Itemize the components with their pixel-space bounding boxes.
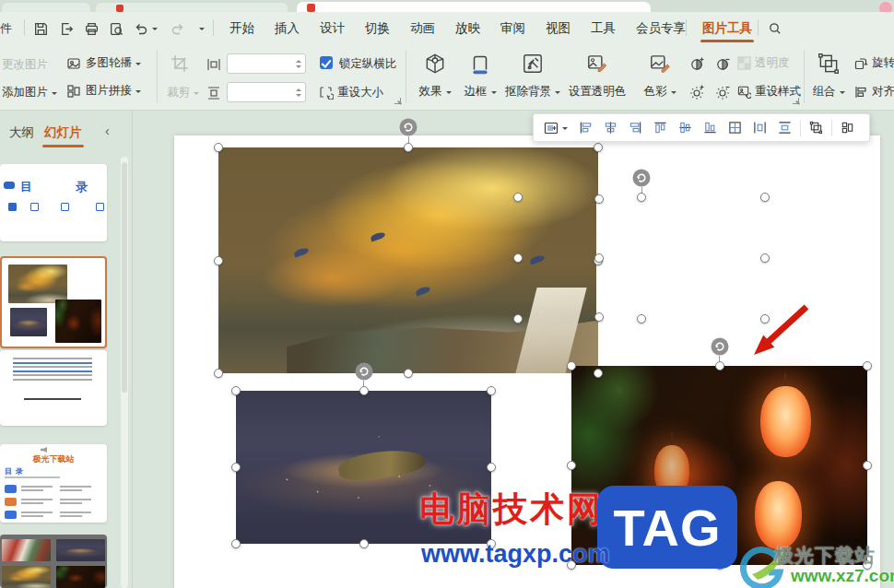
- tab-tools[interactable]: 工具: [581, 12, 626, 44]
- align-left-button[interactable]: [573, 116, 598, 139]
- save-icon[interactable]: [30, 18, 51, 39]
- width-input[interactable]: [227, 53, 306, 74]
- picture-layout-dropdown[interactable]: [538, 116, 573, 139]
- lock-aspect-label[interactable]: 锁定纵横比: [339, 56, 397, 72]
- resize-handle[interactable]: [594, 369, 603, 378]
- file-menu[interactable]: 件: [0, 20, 12, 37]
- resize-handle[interactable]: [594, 194, 604, 204]
- align-button[interactable]: 对齐: [853, 84, 894, 100]
- resize-handle[interactable]: [404, 143, 413, 152]
- document-tab[interactable]: [96, 3, 288, 12]
- slide-thumbnail-4[interactable]: 极光下载站 目录: [0, 444, 107, 523]
- picture-collage-button[interactable]: 图片拼接: [66, 83, 141, 99]
- resize-handle[interactable]: [567, 361, 576, 370]
- brightness-increase-icon[interactable]: [688, 82, 708, 102]
- resize-handle[interactable]: [231, 386, 241, 395]
- redo-button[interactable]: [168, 18, 188, 39]
- slide-thumbnail-5[interactable]: [0, 535, 107, 588]
- reset-size-button[interactable]: 重设大小: [337, 85, 383, 100]
- resize-handle[interactable]: [487, 463, 496, 472]
- resize-handle[interactable]: [567, 461, 576, 470]
- tab-picture-tools-active[interactable]: 图片工具: [693, 12, 761, 44]
- resize-handle[interactable]: [214, 369, 223, 378]
- resize-handle[interactable]: [760, 314, 770, 323]
- export-icon[interactable]: [56, 18, 76, 39]
- slide-thumbnail-3[interactable]: [0, 350, 107, 426]
- tab-insert[interactable]: 插入: [265, 12, 310, 44]
- align-middle-vertical-button[interactable]: [673, 116, 698, 139]
- align-center-horizontal-button[interactable]: [598, 116, 623, 139]
- resize-handle[interactable]: [404, 369, 413, 378]
- rotate-handle[interactable]: [355, 362, 373, 384]
- collapse-panel-arrow[interactable]: ‹: [105, 123, 110, 138]
- resize-handle[interactable]: [214, 256, 223, 265]
- resize-handle[interactable]: [594, 312, 604, 322]
- resize-handle[interactable]: [513, 253, 523, 263]
- distribute-horizontal-button[interactable]: [747, 116, 772, 139]
- resize-handle[interactable]: [594, 143, 603, 152]
- tab-review[interactable]: 审阅: [490, 12, 535, 44]
- border-button[interactable]: 边框: [454, 48, 506, 105]
- contrast-decrease-icon[interactable]: [713, 53, 734, 74]
- tab-design[interactable]: 设计: [310, 12, 355, 44]
- split-layout-button[interactable]: [835, 116, 860, 139]
- slide-thumbnail-2-selected[interactable]: [0, 256, 107, 348]
- distribute-vertical-button[interactable]: [772, 116, 797, 139]
- align-top-button[interactable]: [648, 116, 673, 139]
- add-picture-button[interactable]: 添加图片: [2, 85, 57, 100]
- resize-handle[interactable]: [760, 253, 770, 263]
- tab-slideshow[interactable]: 放映: [445, 12, 490, 44]
- lock-aspect-checkbox[interactable]: [320, 56, 333, 69]
- transparency-button[interactable]: 透明度: [737, 55, 790, 71]
- resize-handle[interactable]: [637, 193, 646, 202]
- image-dark-roses[interactable]: [514, 199, 599, 317]
- resize-handle[interactable]: [231, 539, 241, 548]
- resize-handle[interactable]: [863, 461, 872, 470]
- rotate-handle[interactable]: [399, 118, 418, 140]
- reset-style-button[interactable]: 重设样式: [737, 84, 801, 100]
- tab-animation[interactable]: 动画: [400, 12, 445, 44]
- outline-tab[interactable]: 大纲: [9, 124, 34, 141]
- resize-handle[interactable]: [214, 143, 223, 152]
- combine-shapes-button[interactable]: [804, 116, 829, 139]
- panel-scrollbar[interactable]: [121, 157, 128, 588]
- resize-handle[interactable]: [863, 361, 872, 370]
- tab-home[interactable]: 开始: [219, 12, 265, 44]
- rotate-handle[interactable]: [632, 169, 651, 191]
- align-right-button[interactable]: [623, 116, 648, 139]
- resize-handle[interactable]: [359, 386, 369, 395]
- style-group-expand[interactable]: [793, 98, 799, 104]
- rotate-handle[interactable]: [711, 337, 729, 359]
- brightness-decrease-icon[interactable]: [713, 82, 734, 102]
- tab-transition[interactable]: 切换: [355, 12, 400, 44]
- search-icon[interactable]: [765, 18, 785, 39]
- color-button[interactable]: 色彩: [634, 48, 686, 105]
- resize-handle[interactable]: [760, 193, 770, 202]
- slides-tab-active[interactable]: 幻灯片: [44, 124, 82, 141]
- tab-view[interactable]: 视图: [535, 12, 581, 44]
- resize-handle[interactable]: [487, 386, 496, 395]
- group-button[interactable]: 组合: [807, 48, 850, 105]
- crop-free-icon[interactable]: [170, 53, 190, 74]
- print-preview-icon[interactable]: [106, 18, 126, 39]
- document-tab[interactable]: [2, 3, 90, 12]
- resize-handle[interactable]: [231, 463, 241, 472]
- resize-handle[interactable]: [594, 253, 604, 263]
- remove-background-button[interactable]: 抠除背景: [500, 48, 565, 105]
- rotate-button[interactable]: 旋转: [853, 55, 894, 71]
- undo-button[interactable]: [132, 18, 159, 39]
- active-document-tab[interactable]: [297, 2, 651, 12]
- size-group-expand[interactable]: [394, 98, 401, 104]
- contrast-increase-icon[interactable]: [688, 53, 708, 74]
- multi-slideshow-button[interactable]: 多图轮播: [66, 55, 141, 71]
- resize-handle[interactable]: [359, 539, 369, 548]
- set-transparent-color-button[interactable]: 设置透明色: [564, 48, 630, 105]
- align-bottom-button[interactable]: [698, 116, 723, 139]
- more-commands-caret[interactable]: [193, 18, 207, 39]
- resize-handle[interactable]: [513, 193, 523, 202]
- effect-button[interactable]: 效果: [409, 48, 461, 105]
- resize-handle[interactable]: [513, 314, 523, 323]
- print-icon[interactable]: [81, 18, 101, 39]
- resize-handle[interactable]: [715, 361, 724, 370]
- resize-handle[interactable]: [637, 314, 646, 323]
